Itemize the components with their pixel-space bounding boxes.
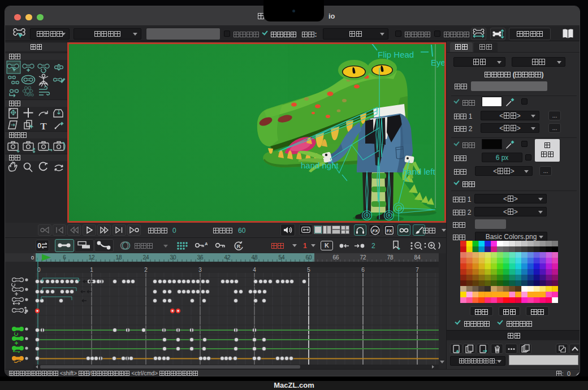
svg-text:R: R (237, 244, 241, 249)
svg-text:hand right: hand right (301, 161, 339, 170)
svg-text:18: 18 (115, 254, 122, 261)
svg-text:hand left: hand left (403, 167, 435, 176)
svg-text:3: 3 (198, 267, 202, 273)
svg-text:4: 4 (253, 267, 256, 273)
svg-text:24: 24 (142, 254, 149, 261)
svg-text:Flip Head: Flip Head (378, 50, 414, 59)
svg-text:1: 1 (90, 267, 93, 273)
svg-text:12: 12 (88, 254, 95, 261)
svg-text:FX: FX (372, 228, 378, 233)
svg-text:48: 48 (251, 254, 258, 261)
svg-text:42: 42 (224, 254, 231, 261)
svg-text:72: 72 (360, 254, 366, 261)
svg-text:30: 30 (170, 254, 176, 261)
svg-text:7: 7 (416, 267, 419, 273)
svg-text:6: 6 (361, 267, 365, 273)
svg-text:78: 78 (387, 254, 394, 261)
svg-text:6: 6 (63, 254, 66, 261)
svg-text:36: 36 (197, 254, 204, 261)
svg-text:5: 5 (307, 267, 310, 273)
svg-text:0: 0 (31, 255, 34, 261)
svg-text:54: 54 (278, 254, 285, 261)
svg-text:2: 2 (144, 267, 148, 273)
svg-text:Eye: Eye (431, 58, 444, 67)
svg-text:T: T (40, 121, 47, 132)
svg-text:FX: FX (386, 228, 392, 233)
svg-text:A: A (205, 241, 207, 246)
svg-text:66: 66 (332, 254, 339, 261)
svg-text:84: 84 (414, 254, 421, 261)
svg-text:60: 60 (305, 254, 312, 261)
